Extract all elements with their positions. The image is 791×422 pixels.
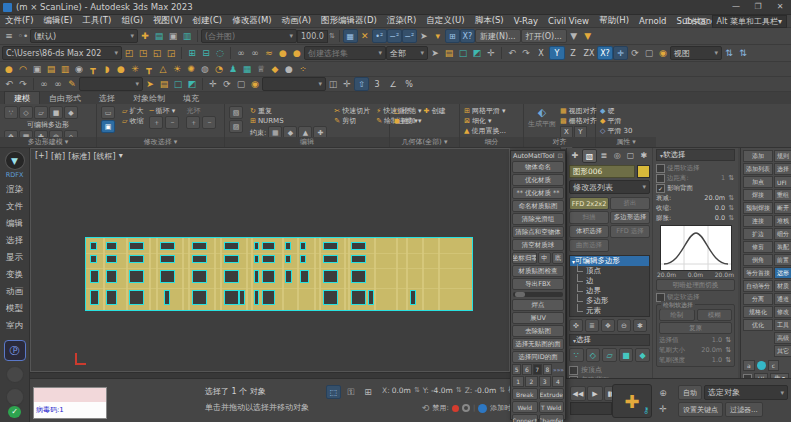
selection-region-icon[interactable]: ◌ [213, 47, 227, 60]
redo-scene-icon[interactable]: ↷ [16, 78, 30, 91]
right-tool-button[interactable]: 工具 [774, 319, 791, 331]
poly-tool-button[interactable]: Weld [512, 401, 538, 413]
link-info-b-icon[interactable]: −² [402, 29, 417, 43]
modifier-preset-button[interactable]: 体积选择 [569, 225, 609, 238]
pan-view-icon[interactable]: ✛ [656, 402, 670, 415]
scene-explorer-icon[interactable]: ⊞ [445, 29, 460, 43]
modifier-preset-button[interactable]: 曲面选择 [569, 239, 609, 252]
sub-element-icon[interactable]: ◆ [635, 348, 650, 362]
border-mode-icon[interactable]: ▱ [34, 106, 48, 119]
create-tab-icon[interactable]: ✚ [569, 149, 581, 161]
number-button[interactable]: 1 [512, 376, 524, 387]
sidebar-item[interactable]: 变换 [6, 266, 23, 283]
teapot-a-icon[interactable]: ● [276, 47, 290, 60]
facade-window-polygon[interactable] [192, 290, 207, 305]
facade-window-polygon[interactable] [129, 242, 144, 250]
snap-toggle-icon[interactable]: ◫ [326, 77, 340, 90]
rotate-gizmo-icon[interactable]: ⟳ [628, 46, 642, 59]
right-tool-button[interactable]: 添加 [743, 150, 773, 162]
facade-window-polygon[interactable] [323, 255, 338, 263]
select-rotate-icon[interactable]: ⟳ [220, 78, 234, 91]
select-object-icon[interactable]: ➤ [428, 47, 442, 60]
blur-button[interactable]: 模糊 [697, 309, 733, 321]
material-id-button[interactable]: 6 [522, 364, 531, 375]
crossing-region-icon[interactable]: ◩ [470, 47, 484, 60]
arc-rotate-icon[interactable]: ◠ [16, 63, 30, 76]
grid-helper-icon[interactable]: ▦ [343, 29, 358, 43]
menu-item[interactable]: 文件(F) [0, 15, 39, 27]
script-button[interactable]: 焊点 [512, 299, 564, 311]
facade-window-polygon[interactable] [323, 290, 338, 305]
make-unique-icon[interactable]: ❖ [601, 319, 615, 332]
revert-button[interactable]: 复原 [659, 322, 732, 334]
script-button[interactable]: 材质贴图检查 [512, 265, 564, 277]
set-key-button[interactable]: 设置关键点 [678, 402, 723, 417]
polygon-mode-icon[interactable]: ■ [49, 106, 63, 119]
modifier-preset-button[interactable]: FFD 选择 [610, 225, 650, 238]
select-cursor-icon[interactable]: ➤ [417, 29, 431, 42]
use-soft-selection-checkbox[interactable] [656, 164, 665, 173]
script-button[interactable]: 展UV [512, 312, 564, 324]
number-button[interactable]: 4 [552, 376, 564, 387]
object-name-field[interactable]: 图形006 [569, 165, 635, 178]
facade-window-polygon[interactable] [262, 255, 275, 263]
export-file-icon[interactable]: ◳ [136, 47, 150, 60]
script-button[interactable]: ** 优化材质 ** [512, 187, 564, 199]
right-tool-button[interactable]: 等分首接 [743, 267, 773, 279]
loop-shrink-icon[interactable]: － [165, 116, 179, 129]
align-icon[interactable]: ⇅ [736, 47, 750, 60]
right-tool-button[interactable]: 修改 [774, 306, 791, 318]
facade-window-polygon[interactable] [129, 270, 144, 283]
facade-window-polygon[interactable] [410, 290, 416, 305]
facade-window-polygon[interactable] [90, 290, 99, 305]
script-button[interactable]: 去除贴图 [512, 325, 564, 337]
tessellate-button[interactable]: ⊠细化 ▾ [464, 116, 519, 126]
menu-item[interactable]: 编辑(E) [39, 15, 78, 27]
facade-window-polygon[interactable] [300, 255, 306, 263]
ribbon-tab[interactable]: 建模 [4, 91, 40, 104]
configure-sets-icon[interactable]: ✱ [633, 319, 647, 332]
menu-item[interactable]: 组(G) [116, 15, 148, 27]
figure-icon[interactable]: ♟ [226, 63, 240, 76]
right-tool-button[interactable]: 高级 [774, 332, 791, 344]
axis-z-button[interactable]: Z [565, 46, 581, 60]
dot-helper-icon[interactable]: •² [372, 29, 387, 43]
facade-window-polygon[interactable] [285, 242, 291, 250]
facade-window-polygon[interactable] [368, 290, 374, 305]
scale-gizmo-icon[interactable]: ▢ [642, 46, 656, 59]
ring-shrink-icon[interactable]: － [202, 116, 216, 129]
right-tool-button[interactable]: 重组 [774, 189, 791, 201]
panel-options-icon[interactable]: ⊡ [558, 152, 563, 160]
selection-lock-icon[interactable]: ⚿ [344, 386, 358, 399]
menu-item[interactable]: 脚本(S) [470, 15, 509, 27]
rc-c-button[interactable]: c [768, 360, 779, 371]
named-selection-combo[interactable]: ▾ [79, 77, 143, 91]
menu-item[interactable]: Arnold [634, 16, 672, 26]
viewport-menu-standard[interactable]: [标准] [68, 151, 90, 162]
facade-window-polygon[interactable] [254, 242, 259, 250]
facade-window-polygon[interactable] [129, 290, 144, 305]
record-dot-icon[interactable] [452, 405, 459, 412]
video-camera-icon[interactable]: ◉ [72, 63, 86, 76]
workspace-value[interactable]: Alt 菜单和工具栏▾ [712, 15, 787, 28]
xview-icon[interactable]: X? [460, 29, 475, 43]
select-by-name-2-icon[interactable]: ▤ [157, 78, 171, 91]
add-layer-icon[interactable]: ✚ [138, 30, 152, 43]
facade-window-polygon[interactable] [323, 242, 338, 250]
clapper-icon[interactable]: ▥ [58, 63, 72, 76]
move-gizmo-icon[interactable]: ✛ [613, 46, 628, 60]
facade-window-polygon[interactable] [129, 255, 144, 263]
facade-window-polygon[interactable] [160, 242, 175, 250]
layer-select-icon[interactable]: ▣ [166, 30, 180, 43]
sphere-white-icon[interactable]: ● [282, 63, 296, 76]
rc-a-button[interactable]: a [743, 360, 755, 371]
facade-window-polygon[interactable] [90, 255, 97, 263]
sync-icon[interactable]: ⟲ [422, 403, 430, 413]
right-tool-button[interactable]: 连接 [743, 215, 773, 227]
sidebar-item[interactable]: 室内 [6, 317, 23, 334]
element-mode-icon[interactable]: ◆ [64, 106, 78, 119]
sidebar-item[interactable]: 渲染 [6, 181, 23, 198]
particles-icon[interactable]: ⁘ [296, 63, 310, 76]
building-facade-object[interactable] [85, 237, 473, 311]
select-by-name-icon[interactable]: ▤ [442, 47, 456, 60]
